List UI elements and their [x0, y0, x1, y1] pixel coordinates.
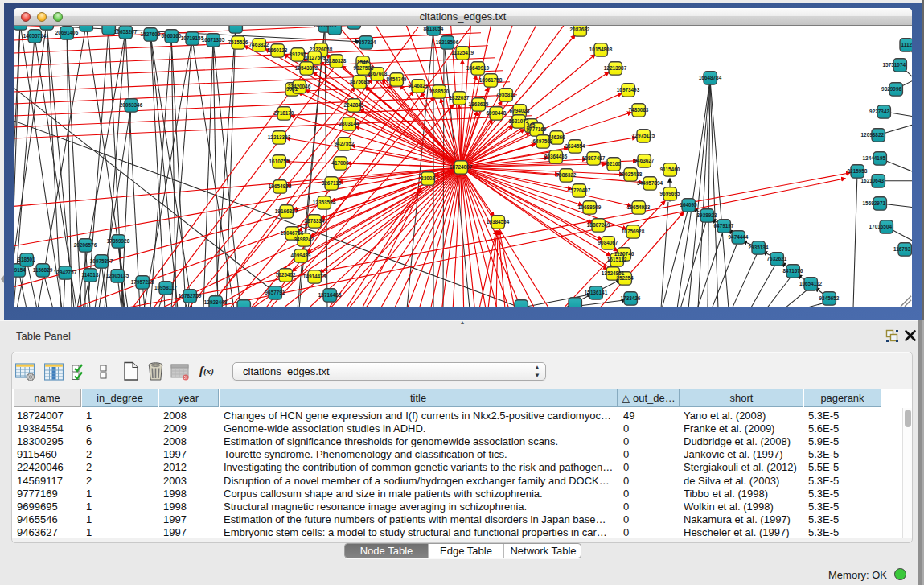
svg-text:15136141: 15136141: [585, 290, 608, 295]
svg-text:9227342: 9227342: [869, 109, 889, 114]
svg-text:344957894: 344957894: [637, 180, 663, 186]
svg-text:9474444: 9474444: [729, 234, 749, 240]
svg-text:20127509: 20127509: [303, 55, 326, 60]
svg-text:9329996: 9329996: [881, 86, 901, 92]
svg-text:20364436: 20364436: [544, 154, 568, 159]
svg-text:16961758: 16961758: [479, 77, 503, 83]
svg-text:6479197: 6479197: [714, 223, 734, 229]
svg-text:2803144: 2803144: [339, 121, 359, 126]
svg-text:10653267: 10653267: [114, 29, 138, 35]
svg-text:15720407: 15720407: [568, 187, 591, 193]
svg-text:8471676: 8471676: [783, 268, 803, 274]
svg-text:114513: 114513: [82, 272, 99, 278]
svg-text:17957225: 17957225: [131, 279, 154, 285]
svg-text:19384554: 19384554: [487, 219, 510, 225]
svg-text:252254: 252254: [616, 275, 634, 281]
svg-text:10807487: 10807487: [582, 155, 606, 161]
svg-text:12444195: 12444195: [863, 155, 886, 161]
svg-text:9427552: 9427552: [335, 141, 355, 146]
svg-text:9146821: 9146821: [409, 83, 429, 89]
svg-text:2087682: 2087682: [570, 27, 590, 32]
svg-text:1610755: 1610755: [269, 159, 290, 164]
svg-text:7632621: 7632621: [767, 256, 787, 262]
svg-text:10654925: 10654925: [269, 183, 292, 189]
svg-text:12213393: 12213393: [268, 134, 291, 140]
svg-text:318501: 318501: [18, 257, 35, 262]
svg-text:3878334: 3878334: [305, 218, 325, 224]
svg-text:15692971: 15692971: [863, 200, 886, 206]
svg-text:8454749: 8454749: [387, 76, 407, 82]
svg-text:164095: 164095: [680, 202, 697, 208]
svg-text:9115460: 9115460: [660, 167, 680, 172]
svg-text:9245652: 9245652: [819, 295, 840, 301]
svg-text:20691406: 20691406: [55, 30, 79, 35]
svg-text:3875685: 3875685: [350, 79, 370, 84]
svg-text:1527602: 1527602: [141, 31, 161, 37]
svg-text:19218506: 19218506: [436, 39, 459, 45]
svg-text:15751074: 15751074: [883, 62, 906, 68]
svg-text:10543352: 10543352: [295, 65, 318, 71]
svg-text:9657791: 9657791: [265, 290, 285, 295]
svg-text:39154: 39154: [14, 267, 26, 273]
svg-text:8215958: 8215958: [848, 168, 868, 174]
svg-text:10719155: 10719155: [181, 35, 204, 41]
svg-text:17016504: 17016504: [869, 224, 893, 229]
svg-text:1546: 1546: [357, 60, 369, 65]
svg-text:6794028: 6794028: [510, 108, 530, 113]
svg-text:20206576: 20206576: [74, 242, 97, 248]
svg-text:8938923: 8938923: [697, 212, 717, 218]
svg-text:10046786: 10046786: [281, 230, 304, 236]
svg-text:12942757: 12942757: [54, 270, 77, 275]
svg-text:1112: 1112: [901, 42, 912, 47]
svg-text:2367608: 2367608: [368, 71, 388, 76]
svg-text:14914479: 14914479: [303, 274, 326, 279]
svg-text:9777169: 9777169: [527, 126, 547, 132]
svg-text:16033809: 16033809: [314, 26, 337, 28]
svg-text:2242843: 2242843: [344, 102, 364, 108]
svg-text:19166827: 19166827: [275, 208, 298, 214]
svg-text:3267110: 3267110: [322, 180, 342, 186]
svg-text:16782759: 16782759: [179, 293, 202, 299]
svg-text:1588520: 1588520: [429, 89, 450, 94]
svg-text:2935134: 2935134: [749, 245, 769, 250]
svg-text:7463822: 7463822: [249, 42, 269, 47]
svg-text:3498242: 3498242: [294, 237, 314, 242]
svg-text:62160: 62160: [606, 161, 621, 167]
svg-text:10688609: 10688609: [578, 204, 602, 210]
svg-text:1362615: 1362615: [469, 101, 489, 107]
svg-text:7955812: 7955812: [496, 92, 516, 97]
svg-text:12505135: 12505135: [106, 273, 129, 278]
svg-text:19654923: 19654923: [627, 204, 651, 210]
svg-text:9699695: 9699695: [660, 191, 680, 196]
svg-text:18724007: 18724007: [450, 164, 473, 170]
svg-text:8186328: 8186328: [326, 58, 347, 64]
svg-text:10973493: 10973493: [617, 87, 640, 93]
svg-text:15716485: 15716485: [318, 292, 342, 298]
svg-text:16671355: 16671355: [202, 37, 225, 43]
svg-text:8813054: 8813054: [424, 26, 444, 31]
svg-text:23226058: 23226058: [310, 47, 333, 52]
svg-text:17359928: 17359928: [107, 238, 130, 244]
svg-text:3624554: 3624554: [565, 143, 585, 149]
svg-text:10154808: 10154808: [589, 47, 613, 52]
svg-text:18807249: 18807249: [587, 222, 610, 228]
svg-text:7986322: 7986322: [556, 172, 577, 178]
svg-text:1156829: 1156829: [33, 267, 53, 273]
svg-text:12213987: 12213987: [604, 65, 627, 71]
svg-text:11325419: 11325419: [451, 50, 474, 56]
svg-text:7625402: 7625402: [276, 272, 296, 278]
svg-text:9327508: 9327508: [354, 65, 374, 71]
svg-text:1733426: 1733426: [621, 295, 641, 301]
svg-text:12975125: 12975125: [632, 133, 655, 138]
svg-text:9084067: 9084067: [598, 240, 618, 245]
svg-text:16210643: 16210643: [861, 178, 885, 183]
svg-text:20053346: 20053346: [120, 102, 143, 108]
svg-text:417006: 417006: [331, 160, 349, 166]
svg-text:7357224: 7357224: [356, 39, 376, 45]
svg-text:10975857: 10975857: [90, 258, 113, 264]
svg-text:1120746: 1120746: [614, 251, 634, 257]
svg-text:1615112: 1615112: [607, 257, 627, 262]
svg-text:116753: 116753: [893, 246, 910, 252]
svg-text:10958117: 10958117: [154, 285, 178, 290]
svg-text:6990448: 6990448: [487, 110, 507, 116]
